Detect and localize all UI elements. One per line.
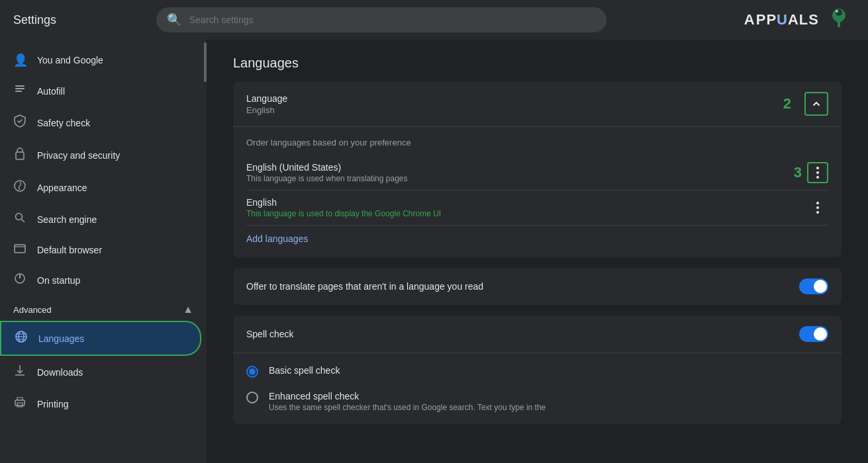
sidebar-label-default-browser: Default browser [37, 245, 102, 255]
language-subtitle: English [246, 105, 783, 115]
sidebar: 👤 You and Google Autofill Safety check P… [0, 40, 207, 463]
sidebar-label-privacy: Privacy and security [37, 150, 120, 161]
badge-number-3: 3 [794, 164, 802, 181]
svg-rect-12 [15, 245, 25, 253]
autofill-icon [13, 83, 26, 99]
svg-rect-4 [838, 22, 840, 27]
advanced-chevron: ▲ [183, 304, 193, 316]
sidebar-item-printing[interactable]: Printing [0, 388, 201, 419]
search-icon: 🔍 [167, 13, 181, 27]
three-dots-icon [816, 167, 819, 179]
sidebar-label-you-and-google: You and Google [37, 55, 103, 65]
sidebar-item-languages[interactable]: Languages [0, 321, 201, 356]
sidebar-item-default-browser[interactable]: Default browser [0, 235, 201, 265]
radio-basic[interactable] [246, 366, 258, 378]
order-languages-section: Order languages based on your preference… [233, 127, 842, 257]
translate-toggle[interactable] [799, 278, 828, 294]
appearance-icon [13, 179, 26, 196]
scroll-thumb [204, 42, 207, 82]
svg-rect-3 [836, 21, 842, 22]
badge-number-2: 2 [783, 95, 791, 112]
svg-rect-7 [15, 91, 22, 92]
site-logo: APPUALS [744, 3, 855, 37]
language-info: Language English [246, 93, 783, 115]
translate-label: Offer to translate pages that aren't in … [246, 281, 799, 292]
three-dots-icon-en [816, 202, 819, 214]
advanced-section[interactable]: Advanced ▲ [0, 296, 207, 321]
sidebar-item-on-startup[interactable]: On startup [0, 265, 201, 296]
power-icon [13, 273, 26, 288]
browser-icon [13, 243, 26, 257]
globe-icon [15, 330, 28, 347]
sidebar-item-safety-check[interactable]: Safety check [0, 106, 201, 139]
logo-icon [823, 3, 855, 35]
spell-option-enhanced-text: Enhanced spell check Uses the same spell… [269, 391, 546, 412]
search-bar[interactable]: 🔍 [156, 7, 606, 32]
language-row-actions: 2 [783, 92, 828, 116]
sidebar-label-search-engine: Search engine [37, 214, 97, 225]
shield-icon [13, 114, 26, 131]
header: Settings 🔍 APPUALS [0, 0, 868, 40]
basic-label: Basic spell check [269, 365, 340, 376]
add-languages-text: Add languages [246, 226, 308, 247]
svg-line-11 [22, 220, 25, 223]
language-title: Language [246, 93, 783, 104]
sidebar-item-you-and-google[interactable]: 👤 You and Google [0, 45, 201, 75]
person-icon: 👤 [13, 53, 26, 67]
spell-option-basic-text: Basic spell check [269, 365, 340, 376]
language-entry-en-us: English (United States) This language is… [246, 155, 828, 190]
advanced-label: Advanced [13, 305, 52, 315]
spell-option-basic[interactable]: Basic spell check [246, 358, 828, 384]
spell-check-title: Spell check [246, 329, 799, 339]
print-icon [13, 396, 26, 411]
language-row: Language English 2 [233, 81, 842, 127]
lang-name-en-us: English (United States) [246, 162, 794, 173]
lang-desc-en-us: This language is used when translating p… [246, 174, 794, 183]
lang-entry-info-en: English This language is used to display… [246, 197, 807, 218]
sidebar-item-autofill[interactable]: Autofill [0, 75, 201, 106]
svg-point-10 [16, 214, 23, 220]
sidebar-item-privacy-and-security[interactable]: Privacy and security [0, 139, 201, 171]
lang-entry-info-en-us: English (United States) This language is… [246, 162, 794, 183]
spell-check-card: Spell check Basic spell check [233, 316, 842, 424]
language-entry-en: English This language is used to display… [246, 190, 828, 226]
settings-title: Settings [13, 13, 146, 27]
svg-point-2 [836, 10, 838, 13]
svg-rect-23 [17, 403, 23, 407]
add-languages-link[interactable]: Add languages [246, 226, 828, 247]
main-layout: 👤 You and Google Autofill Safety check P… [0, 40, 868, 463]
svg-rect-5 [15, 85, 24, 87]
translate-toggle-row: Offer to translate pages that aren't in … [233, 268, 842, 305]
language-expand-button[interactable] [804, 92, 828, 116]
sidebar-label-languages: Languages [38, 333, 84, 344]
search-input[interactable] [189, 15, 596, 25]
spell-check-options: Basic spell check Enhanced spell check U… [233, 353, 842, 424]
lang-menu-button-en-us[interactable] [807, 162, 828, 183]
order-title: Order languages based on your preference [246, 138, 828, 147]
search-engine-icon [13, 212, 26, 227]
svg-rect-8 [16, 152, 24, 159]
language-card: Language English 2 Order languages based… [233, 81, 842, 257]
sidebar-item-appearance[interactable]: Appearance [0, 171, 201, 204]
download-icon [13, 364, 26, 380]
spell-check-header: Spell check [233, 316, 842, 353]
radio-inner-basic [249, 368, 256, 375]
sidebar-label-autofill: Autofill [37, 86, 65, 97]
scrollbar[interactable] [203, 40, 207, 463]
spell-option-enhanced[interactable]: Enhanced spell check Uses the same spell… [246, 384, 828, 419]
sidebar-label-printing: Printing [37, 399, 68, 409]
lang-desc-en: This language is used to display the Goo… [246, 209, 807, 218]
sidebar-item-downloads[interactable]: Downloads [0, 356, 201, 388]
spell-check-toggle[interactable] [799, 326, 828, 342]
translate-card: Offer to translate pages that aren't in … [233, 268, 842, 305]
radio-enhanced[interactable] [246, 392, 258, 403]
sidebar-item-search-engine[interactable]: Search engine [0, 204, 201, 235]
enhanced-label: Enhanced spell check [269, 391, 546, 401]
sidebar-label-appearance: Appearance [37, 183, 87, 193]
content-area: Languages Language English 2 Order langu… [207, 40, 868, 463]
lock-icon [13, 147, 26, 163]
svg-rect-6 [15, 88, 24, 89]
sidebar-label-safety-check: Safety check [37, 118, 90, 128]
sidebar-label-on-startup: On startup [37, 275, 80, 286]
lang-menu-button-en[interactable] [807, 197, 828, 218]
